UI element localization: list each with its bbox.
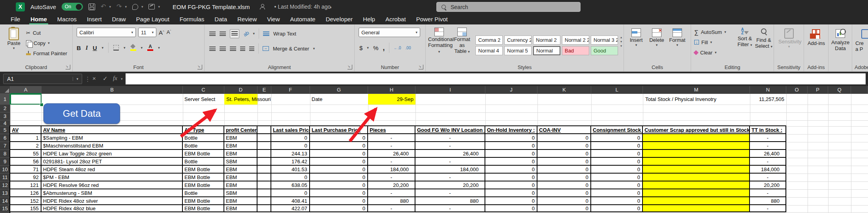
alignment-dialog-launcher-icon[interactable]: ↘ <box>348 65 352 69</box>
cell-N12[interactable]: 20,200 <box>750 181 786 189</box>
table-header-L[interactable]: Consignment Stock : <box>591 126 643 134</box>
touch-mode-icon[interactable] <box>132 4 138 10</box>
cell-A6[interactable]: 1 <box>10 134 41 142</box>
row-header-1[interactable]: 1 <box>0 94 10 105</box>
column-header-Q[interactable]: Q <box>828 86 851 94</box>
cell-G9[interactable]: 0 <box>310 158 368 166</box>
clipboard-dialog-launcher-icon[interactable]: ↘ <box>66 65 70 69</box>
increase-decimal-icon[interactable]: ←.0 <box>394 46 401 50</box>
cell-E8[interactable] <box>257 150 271 158</box>
font-name-combo[interactable]: Calibri▾ <box>77 28 136 37</box>
cell-K12[interactable]: 0 <box>537 181 591 189</box>
cell-J10[interactable]: 0 <box>485 166 537 174</box>
cell-F8[interactable]: 244.13 <box>271 150 310 158</box>
insert-function-icon[interactable]: fx <box>113 75 117 82</box>
cell-F14[interactable]: 408.41 <box>271 197 310 205</box>
cell-A9[interactable]: 56 <box>10 158 41 166</box>
cell-G12[interactable]: 0 <box>310 181 368 189</box>
formula-bar-chevron-icon[interactable]: ▾ <box>121 77 123 81</box>
cell-H9[interactable]: - <box>368 158 415 166</box>
column-header-A[interactable]: A <box>10 86 41 94</box>
cell-E10[interactable] <box>257 166 271 174</box>
cell-C12[interactable]: EBM Bottle <box>183 181 224 189</box>
format-cells-button[interactable]: Format▾ <box>667 28 687 47</box>
cell-H8[interactable]: 26,400 <box>368 150 415 158</box>
cell-H13[interactable]: - <box>368 189 415 197</box>
cell-D12[interactable]: EBM <box>224 181 257 189</box>
create-pdf-button[interactable]: Crea P <box>855 29 868 52</box>
cell-A14[interactable]: 152 <box>10 197 41 205</box>
formula-input[interactable] <box>126 73 866 84</box>
delete-cells-button[interactable]: Delete▾ <box>647 28 667 47</box>
column-header-G[interactable]: G <box>310 86 368 94</box>
cell-H7[interactable]: - <box>368 142 415 150</box>
accounting-chevron-icon[interactable]: ▾ <box>367 46 369 50</box>
cell-I15[interactable]: - <box>415 205 485 212</box>
table-header-F[interactable]: Last sales Price <box>271 126 310 134</box>
cell-A13[interactable]: 126 <box>10 189 41 197</box>
cell-I11[interactable]: - <box>415 174 485 181</box>
cell-D10[interactable]: EBM <box>224 166 257 174</box>
table-header-H[interactable]: Pieces <box>368 126 415 134</box>
gallery-expand-icon[interactable]: ▾ <box>620 44 622 48</box>
ribbon-tab-macros[interactable]: Macros <box>52 13 82 24</box>
cell-L8[interactable]: 0 <box>591 150 643 158</box>
cell-C9[interactable]: Bottle <box>183 158 224 166</box>
cell-G6[interactable]: 0 <box>310 134 368 142</box>
search-box[interactable] <box>436 2 581 12</box>
enter-icon[interactable]: ✓ <box>103 75 108 82</box>
cell-J11[interactable]: 0 <box>485 174 537 181</box>
cell-B9[interactable]: 0291881- Lysol 28oz PET <box>41 158 183 166</box>
underline-button[interactable]: U <box>93 45 97 51</box>
paste-button[interactable]: Paste ▾ <box>3 28 24 50</box>
row-header-14[interactable]: 14 <box>0 197 10 205</box>
cell-L13[interactable]: 0 <box>591 189 643 197</box>
cell-M13[interactable] <box>643 189 750 197</box>
number-dialog-launcher-icon[interactable]: ↘ <box>419 65 423 69</box>
cell-A7[interactable]: 2 <box>10 142 41 150</box>
wrap-text-label[interactable]: Wrap Text <box>273 31 296 37</box>
cell-I14[interactable]: 880 <box>415 197 485 205</box>
cell-H12[interactable]: 20,200 <box>368 181 415 189</box>
cell-style-normal-3-2[interactable]: Normal 3 2 <box>591 36 618 45</box>
orientation-chevron-icon[interactable]: ▾ <box>253 32 255 36</box>
cell-H10[interactable]: 184,000 <box>368 166 415 174</box>
row-header-6[interactable]: 6 <box>0 134 10 142</box>
percent-style-icon[interactable]: % <box>373 45 378 51</box>
font-color-chevron-icon[interactable]: ▾ <box>158 46 160 50</box>
wrap-text-icon[interactable] <box>263 32 269 36</box>
column-header-D[interactable]: D <box>224 86 257 94</box>
cell-I10[interactable]: 184,000 <box>415 166 485 174</box>
redo-chevron-icon[interactable]: ▾ <box>125 5 127 9</box>
table-header-G[interactable]: Last Purchase Price <box>310 126 368 134</box>
cell-D13[interactable]: SBM <box>224 189 257 197</box>
table-header-E[interactable] <box>257 126 271 134</box>
cell-N9[interactable]: - <box>750 158 786 166</box>
row-header-11[interactable]: 11 <box>0 174 10 181</box>
search-input[interactable] <box>450 4 570 11</box>
column-header-N[interactable]: N <box>750 86 786 94</box>
cell-E12[interactable] <box>257 181 271 189</box>
cell-B15[interactable]: HDPE Ridex 48oz blue <box>41 205 183 212</box>
row-header-15[interactable]: 15 <box>0 205 10 212</box>
select-all-button[interactable] <box>0 86 10 94</box>
cell-M8[interactable] <box>643 150 750 158</box>
cell-E11[interactable] <box>257 174 271 181</box>
excel-logo-icon[interactable]: X <box>16 2 25 11</box>
cell-K15[interactable]: 0 <box>537 205 591 212</box>
cell-E6[interactable] <box>257 134 271 142</box>
column-header-C[interactable]: C <box>183 86 224 94</box>
ribbon-tab-help[interactable]: Help <box>358 13 380 24</box>
find-select-button[interactable]: Find &Select ▾ <box>754 28 773 50</box>
cell-B10[interactable]: HDPE Steam 48oz red <box>41 166 183 174</box>
cell-I12[interactable]: 20,200 <box>415 181 485 189</box>
cell-J9[interactable]: 0 <box>485 158 537 166</box>
undo-icon[interactable]: ↶ <box>101 4 106 10</box>
cell-D9[interactable]: SBM <box>224 158 257 166</box>
fill-color-icon[interactable] <box>130 45 136 51</box>
italic-button[interactable]: I <box>86 45 88 51</box>
ink-editor-icon[interactable] <box>148 4 155 9</box>
cell-J6[interactable]: 0 <box>485 134 537 142</box>
cell-B14[interactable]: HDPE Ridex 48oz silver <box>41 197 183 205</box>
table-header-D[interactable]: profit Center <box>224 126 257 134</box>
